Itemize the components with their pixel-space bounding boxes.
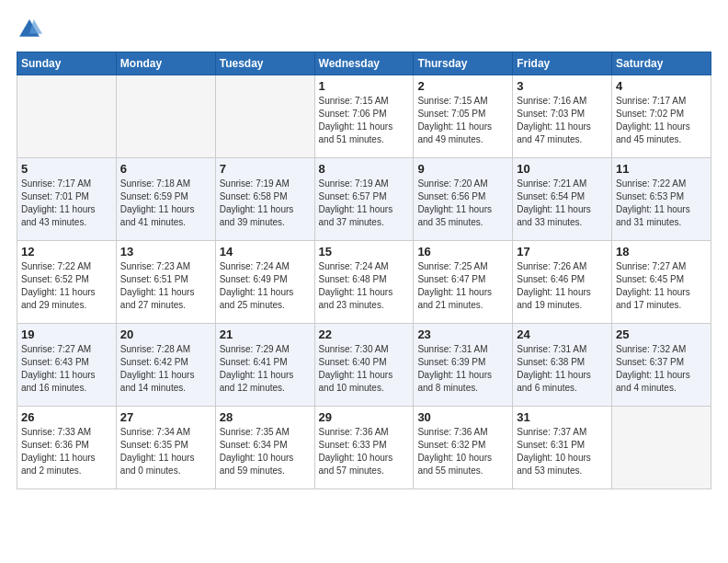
- weekday-header-thursday: Thursday: [414, 52, 513, 75]
- day-info: Sunrise: 7:34 AM Sunset: 6:35 PM Dayligh…: [120, 426, 211, 477]
- day-number: 7: [220, 162, 311, 176]
- day-info: Sunrise: 7:31 AM Sunset: 6:39 PM Dayligh…: [417, 343, 508, 395]
- calendar-cell: 29Sunrise: 7:36 AM Sunset: 6:33 PM Dayli…: [314, 407, 414, 489]
- calendar-cell: 14Sunrise: 7:24 AM Sunset: 6:49 PM Dayli…: [215, 241, 314, 324]
- day-number: 26: [21, 410, 112, 424]
- day-info: Sunrise: 7:28 AM Sunset: 6:42 PM Dayligh…: [120, 343, 211, 395]
- calendar-cell: 7Sunrise: 7:19 AM Sunset: 6:58 PM Daylig…: [215, 158, 314, 241]
- calendar-cell: 4Sunrise: 7:17 AM Sunset: 7:02 PM Daylig…: [612, 75, 711, 158]
- day-number: 13: [120, 245, 211, 259]
- day-info: Sunrise: 7:23 AM Sunset: 6:51 PM Dayligh…: [120, 260, 211, 312]
- calendar-cell: 6Sunrise: 7:18 AM Sunset: 6:59 PM Daylig…: [116, 158, 215, 241]
- weekday-header-friday: Friday: [513, 52, 612, 75]
- day-info: Sunrise: 7:36 AM Sunset: 6:32 PM Dayligh…: [417, 426, 508, 477]
- day-info: Sunrise: 7:27 AM Sunset: 6:43 PM Dayligh…: [21, 343, 112, 395]
- day-info: Sunrise: 7:24 AM Sunset: 6:49 PM Dayligh…: [220, 260, 311, 312]
- page: SundayMondayTuesdayWednesdayThursdayFrid…: [0, 0, 728, 563]
- weekday-header-monday: Monday: [116, 52, 215, 75]
- calendar-week-row: 1Sunrise: 7:15 AM Sunset: 7:06 PM Daylig…: [17, 75, 711, 158]
- day-info: Sunrise: 7:15 AM Sunset: 7:06 PM Dayligh…: [319, 95, 410, 146]
- day-info: Sunrise: 7:33 AM Sunset: 6:36 PM Dayligh…: [21, 426, 112, 477]
- day-number: 22: [319, 327, 410, 341]
- weekday-header-sunday: Sunday: [17, 52, 117, 75]
- calendar-cell: 1Sunrise: 7:15 AM Sunset: 7:06 PM Daylig…: [314, 75, 414, 158]
- day-info: Sunrise: 7:32 AM Sunset: 6:37 PM Dayligh…: [616, 343, 707, 395]
- calendar-cell: 20Sunrise: 7:28 AM Sunset: 6:42 PM Dayli…: [116, 324, 215, 407]
- calendar-week-row: 5Sunrise: 7:17 AM Sunset: 7:01 PM Daylig…: [17, 158, 711, 241]
- day-info: Sunrise: 7:19 AM Sunset: 6:58 PM Dayligh…: [220, 178, 311, 229]
- day-number: 17: [517, 245, 608, 259]
- day-info: Sunrise: 7:26 AM Sunset: 6:46 PM Dayligh…: [517, 260, 608, 312]
- calendar-cell: 27Sunrise: 7:34 AM Sunset: 6:35 PM Dayli…: [116, 407, 215, 489]
- logo-icon: [17, 17, 42, 42]
- header: [17, 17, 711, 42]
- calendar-cell: 17Sunrise: 7:26 AM Sunset: 6:46 PM Dayli…: [513, 241, 612, 324]
- calendar-cell: 13Sunrise: 7:23 AM Sunset: 6:51 PM Dayli…: [116, 241, 215, 324]
- weekday-header-wednesday: Wednesday: [314, 52, 414, 75]
- day-info: Sunrise: 7:15 AM Sunset: 7:05 PM Dayligh…: [417, 95, 508, 146]
- day-info: Sunrise: 7:30 AM Sunset: 6:40 PM Dayligh…: [319, 343, 410, 395]
- day-info: Sunrise: 7:31 AM Sunset: 6:38 PM Dayligh…: [517, 343, 608, 395]
- day-info: Sunrise: 7:27 AM Sunset: 6:45 PM Dayligh…: [616, 260, 707, 312]
- day-number: 15: [319, 245, 410, 259]
- day-info: Sunrise: 7:37 AM Sunset: 6:31 PM Dayligh…: [517, 426, 608, 477]
- day-info: Sunrise: 7:22 AM Sunset: 6:52 PM Dayligh…: [21, 260, 112, 312]
- day-number: 16: [417, 245, 508, 259]
- day-info: Sunrise: 7:18 AM Sunset: 6:59 PM Dayligh…: [120, 178, 211, 229]
- day-number: 20: [120, 327, 211, 341]
- day-number: 31: [517, 410, 608, 424]
- calendar-cell: 16Sunrise: 7:25 AM Sunset: 6:47 PM Dayli…: [414, 241, 513, 324]
- day-number: 25: [616, 327, 707, 341]
- day-number: 11: [616, 162, 707, 176]
- calendar-week-row: 12Sunrise: 7:22 AM Sunset: 6:52 PM Dayli…: [17, 241, 711, 324]
- calendar-cell: [17, 75, 117, 158]
- day-number: 24: [517, 327, 608, 341]
- weekday-header-saturday: Saturday: [612, 52, 711, 75]
- day-info: Sunrise: 7:22 AM Sunset: 6:53 PM Dayligh…: [616, 178, 707, 229]
- day-number: 2: [417, 79, 508, 93]
- calendar-cell: 26Sunrise: 7:33 AM Sunset: 6:36 PM Dayli…: [17, 407, 117, 489]
- calendar-cell: 5Sunrise: 7:17 AM Sunset: 7:01 PM Daylig…: [17, 158, 117, 241]
- day-info: Sunrise: 7:25 AM Sunset: 6:47 PM Dayligh…: [417, 260, 508, 312]
- calendar-cell: 23Sunrise: 7:31 AM Sunset: 6:39 PM Dayli…: [414, 324, 513, 407]
- calendar-cell: 12Sunrise: 7:22 AM Sunset: 6:52 PM Dayli…: [17, 241, 117, 324]
- calendar-cell: 28Sunrise: 7:35 AM Sunset: 6:34 PM Dayli…: [215, 407, 314, 489]
- day-number: 30: [417, 410, 508, 424]
- day-info: Sunrise: 7:20 AM Sunset: 6:56 PM Dayligh…: [417, 178, 508, 229]
- day-number: 5: [21, 162, 112, 176]
- day-number: 12: [21, 245, 112, 259]
- calendar-cell: 3Sunrise: 7:16 AM Sunset: 7:03 PM Daylig…: [513, 75, 612, 158]
- day-number: 18: [616, 245, 707, 259]
- day-number: 6: [120, 162, 211, 176]
- day-number: 29: [319, 410, 410, 424]
- calendar-cell: 31Sunrise: 7:37 AM Sunset: 6:31 PM Dayli…: [513, 407, 612, 489]
- day-info: Sunrise: 7:16 AM Sunset: 7:03 PM Dayligh…: [517, 95, 608, 146]
- calendar-cell: 22Sunrise: 7:30 AM Sunset: 6:40 PM Dayli…: [314, 324, 414, 407]
- calendar-cell: 24Sunrise: 7:31 AM Sunset: 6:38 PM Dayli…: [513, 324, 612, 407]
- calendar-week-row: 19Sunrise: 7:27 AM Sunset: 6:43 PM Dayli…: [17, 324, 711, 407]
- logo: [17, 17, 46, 42]
- day-number: 8: [319, 162, 410, 176]
- day-info: Sunrise: 7:24 AM Sunset: 6:48 PM Dayligh…: [319, 260, 410, 312]
- day-number: 28: [220, 410, 311, 424]
- calendar-week-row: 26Sunrise: 7:33 AM Sunset: 6:36 PM Dayli…: [17, 407, 711, 489]
- day-info: Sunrise: 7:17 AM Sunset: 7:02 PM Dayligh…: [616, 95, 707, 146]
- day-number: 4: [616, 79, 707, 93]
- weekday-header-row: SundayMondayTuesdayWednesdayThursdayFrid…: [17, 52, 711, 75]
- day-info: Sunrise: 7:19 AM Sunset: 6:57 PM Dayligh…: [319, 178, 410, 229]
- calendar-cell: 11Sunrise: 7:22 AM Sunset: 6:53 PM Dayli…: [612, 158, 711, 241]
- calendar-cell: 10Sunrise: 7:21 AM Sunset: 6:54 PM Dayli…: [513, 158, 612, 241]
- day-info: Sunrise: 7:29 AM Sunset: 6:41 PM Dayligh…: [220, 343, 311, 395]
- day-info: Sunrise: 7:35 AM Sunset: 6:34 PM Dayligh…: [220, 426, 311, 477]
- calendar-cell: 19Sunrise: 7:27 AM Sunset: 6:43 PM Dayli…: [17, 324, 117, 407]
- calendar-cell: [612, 407, 711, 489]
- calendar-cell: 30Sunrise: 7:36 AM Sunset: 6:32 PM Dayli…: [414, 407, 513, 489]
- day-info: Sunrise: 7:21 AM Sunset: 6:54 PM Dayligh…: [517, 178, 608, 229]
- calendar-cell: [116, 75, 215, 158]
- calendar-cell: 18Sunrise: 7:27 AM Sunset: 6:45 PM Dayli…: [612, 241, 711, 324]
- day-info: Sunrise: 7:17 AM Sunset: 7:01 PM Dayligh…: [21, 178, 112, 229]
- day-number: 21: [220, 327, 311, 341]
- calendar-cell: 9Sunrise: 7:20 AM Sunset: 6:56 PM Daylig…: [414, 158, 513, 241]
- calendar-cell: 2Sunrise: 7:15 AM Sunset: 7:05 PM Daylig…: [414, 75, 513, 158]
- day-number: 19: [21, 327, 112, 341]
